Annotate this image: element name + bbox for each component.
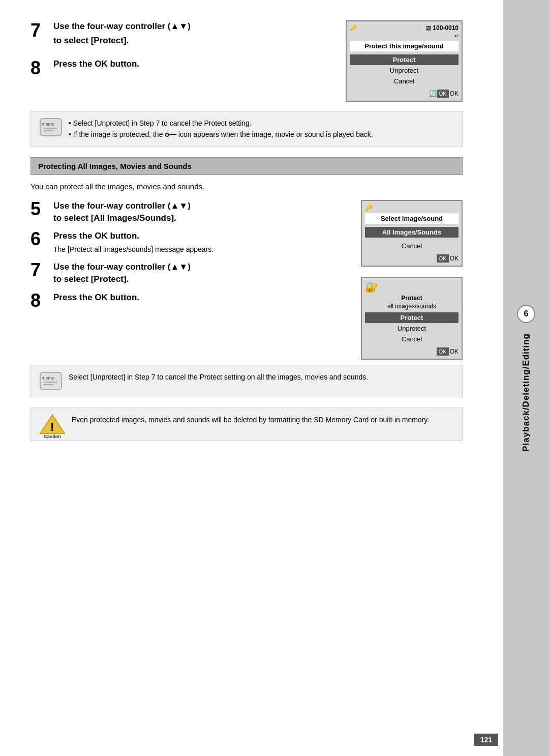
caution-box: ! Caution Caution Even protected images,… <box>30 408 463 441</box>
screen-top-item-cancel[interactable]: Cancel <box>350 76 459 86</box>
memo-bot: memo Select [Unprotect] in Step 7 to can… <box>30 365 463 397</box>
step-number-7-bot: 7 <box>30 261 53 279</box>
step-number-7-top: 7 <box>30 21 53 40</box>
caution-svg: ! Caution <box>39 414 66 434</box>
svg-rect-2 <box>43 128 57 129</box>
step-5-line2: to select [All Images/Sounds]. <box>53 212 191 224</box>
step-text-7-top: Use the four-way controller (▲▼) to sele… <box>53 20 336 49</box>
file-label-top: 🖼 100-0010 <box>426 24 459 32</box>
steps-col: 5 Use the four-way controller (▲▼) to se… <box>30 200 351 316</box>
memo-text-top: • Select [Unprotect] in Step 7 to cancel… <box>69 118 373 140</box>
step-number-5: 5 <box>30 200 53 218</box>
screen-bot-icon: 🔐 <box>365 281 459 293</box>
screen-mid-bottom: OK OK <box>365 254 459 263</box>
page-number: 121 <box>474 734 498 746</box>
step-5: 5 Use the four-way controller (▲▼) to se… <box>30 200 351 224</box>
screen-bot-sub1: Protect <box>365 295 459 302</box>
screen-top-bottom: 🔄 OK OK <box>350 90 459 98</box>
memo-top: memo • Select [Unprotect] in Step 7 to c… <box>30 111 463 147</box>
camera-screen-bot: 🔐 Protect all images/sounds Protect Unpr… <box>361 277 463 360</box>
lock-icon-mid: 🔑 <box>365 204 459 211</box>
step-5-line1: Use the four-way controller (▲▼) <box>53 200 191 212</box>
svg-text:memo: memo <box>42 375 54 381</box>
rotate-icon-top: ↩ <box>350 33 459 39</box>
ok-text-mid: OK <box>450 255 459 262</box>
top-steps-section: 7 Use the four-way controller (▲▼) to se… <box>30 20 463 102</box>
main-content: 7 Use the four-way controller (▲▼) to se… <box>0 0 488 756</box>
step-desc-6: Press the OK button. The [Protect all im… <box>53 230 214 255</box>
step-8-top-line1: Press the OK button. <box>53 58 336 70</box>
screen-mid-title: Select image/sound <box>365 213 459 224</box>
memo-top-bullet1: • Select [Unprotect] in Step 7 to cancel… <box>69 118 373 129</box>
screen-bot-item-unprotect[interactable]: Unprotect <box>365 323 459 334</box>
step-desc-8-bot: Press the OK button. <box>53 292 139 304</box>
right-tab: 6 Playback/Deleting/Editing <box>503 0 549 756</box>
svg-text:!: ! <box>50 421 54 433</box>
step-desc-5: Use the four-way controller (▲▼) to sele… <box>53 200 191 224</box>
section-intro: You can protect all the images, movies a… <box>30 182 463 191</box>
screen-top-icons: 🔑 🖼 100-0010 <box>350 24 459 32</box>
caution-icon: ! Caution Caution <box>39 414 66 434</box>
top-steps-col: 7 Use the four-way controller (▲▼) to se… <box>30 20 336 86</box>
screen-bot-item-protect[interactable]: Protect <box>365 312 459 323</box>
svg-text:memo: memo <box>42 122 54 127</box>
step-6: 6 Press the OK button. The [Protect all … <box>30 230 351 255</box>
screen-mid-item-cancel[interactable]: Cancel <box>365 241 459 251</box>
tab-circle: 6 <box>517 305 535 323</box>
camera-screen-top: 🔑 🖼 100-0010 ↩ Protect this image/sound … <box>346 20 463 102</box>
memo-bot-text: Select [Unprotect] in Step 7 to cancel t… <box>69 371 368 383</box>
step-text-8-top: Press the OK button. <box>53 58 336 72</box>
steps-5-8-group: 5 Use the four-way controller (▲▼) to se… <box>30 200 463 360</box>
caution-text: Even protected images, movies and sounds… <box>72 414 429 425</box>
step-7-top-line1: Use the four-way controller (▲▼) <box>53 20 336 33</box>
ok-text-top: OK <box>450 90 459 97</box>
step-6-sub: The [Protect all images/sounds] message … <box>53 244 214 255</box>
svg-rect-7 <box>43 384 53 385</box>
screen-top-item-unprotect[interactable]: Unprotect <box>350 65 459 76</box>
step-number-6: 6 <box>30 230 53 248</box>
step-7-bot-line2: to select [Protect]. <box>53 273 191 285</box>
ok-btn-bot[interactable]: OK <box>437 347 449 356</box>
memo-svg-bot: memo <box>39 371 63 391</box>
memo-icon-top: memo <box>39 118 63 137</box>
step-8-top: 8 Press the OK button. <box>30 58 336 77</box>
screen-top-title: Protect this image/sound <box>350 41 459 51</box>
step-7-bot: 7 Use the four-way controller (▲▼) to se… <box>30 261 351 285</box>
memo-top-bullet2: • If the image is protected, the o— icon… <box>69 129 373 140</box>
step-number-8-top: 8 <box>30 59 53 77</box>
section-header: Protecting All Images, Movies and Sounds <box>30 157 463 175</box>
ok-btn-mid[interactable]: OK <box>437 254 449 263</box>
step-7-top-line2: to select [Protect]. <box>53 35 336 47</box>
screen-bot-item-cancel[interactable]: Cancel <box>365 334 459 344</box>
camera-screen-mid: 🔑 Select image/sound All Images/Sounds C… <box>361 200 463 267</box>
step-7-top: 7 Use the four-way controller (▲▼) to se… <box>30 20 336 49</box>
ok-btn-top[interactable]: OK <box>437 90 449 98</box>
screen-mid-item-all[interactable]: All Images/Sounds <box>365 227 459 238</box>
step-8-bot: 8 Press the OK button. <box>30 292 351 310</box>
step-6-line1: Press the OK button. <box>53 230 214 242</box>
svg-rect-6 <box>43 382 57 383</box>
step-7-bot-line1: Use the four-way controller (▲▼) <box>53 261 191 273</box>
screen-col: 🔑 Select image/sound All Images/Sounds C… <box>361 200 463 360</box>
step-number-8-bot: 8 <box>30 292 53 310</box>
svg-rect-3 <box>43 130 53 131</box>
screen-bot-bottom: OK OK <box>365 347 459 356</box>
memo-icon-bot: memo <box>39 371 63 391</box>
ok-icon-top: 🔄 <box>429 90 437 97</box>
step-desc-7-bot: Use the four-way controller (▲▼) to sele… <box>53 261 191 285</box>
ok-text-bot: OK <box>450 348 459 355</box>
tab-label: Playback/Deleting/Editing <box>521 333 531 452</box>
step-8-bot-line1: Press the OK button. <box>53 292 139 304</box>
screen-top-item-protect[interactable]: Protect <box>350 54 459 65</box>
memo-svg-top: memo <box>39 118 63 137</box>
lock-icon-top: 🔑 <box>350 24 357 32</box>
screen-bot-sub2: all images/sounds <box>365 303 459 310</box>
